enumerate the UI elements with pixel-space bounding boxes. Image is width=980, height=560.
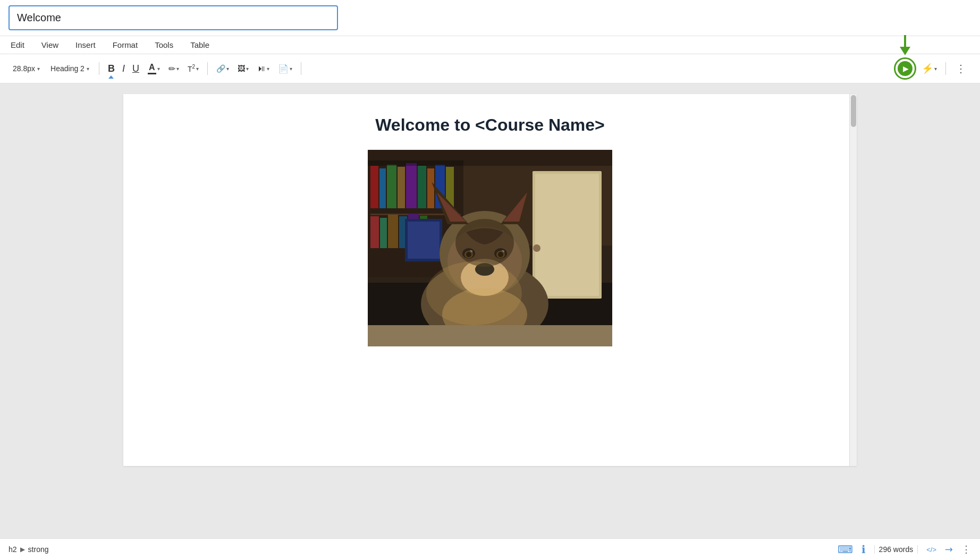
- font-size-value: 28.8px: [13, 64, 35, 73]
- menu-table[interactable]: Table: [188, 39, 212, 50]
- record-play-button[interactable]: ▶: [894, 57, 916, 80]
- separator-2: [207, 62, 208, 75]
- accessibility-info-icon[interactable]: ℹ: [861, 543, 866, 556]
- font-size-dropdown[interactable]: 28.8px ▾: [9, 62, 44, 75]
- highlight-icon: ✏: [168, 64, 175, 74]
- superscript-label: T2: [188, 64, 195, 73]
- breadcrumb-strong: strong: [28, 545, 49, 554]
- image-chevron-icon: ▾: [246, 66, 249, 72]
- toolbar: 28.8px ▾ Heading 2 ▾ B I U A ▾: [0, 54, 980, 83]
- editor-wrapper: Welcome to <Course Name>: [0, 83, 980, 538]
- svg-rect-19: [370, 216, 379, 248]
- plugin-button[interactable]: ⚡ ▾: [918, 61, 940, 77]
- separator-1: [99, 62, 99, 75]
- media-icon: ⏯: [257, 64, 266, 73]
- link-button[interactable]: 🔗 ▾: [213, 62, 232, 75]
- svg-rect-14: [418, 166, 426, 208]
- svg-rect-21: [388, 215, 398, 248]
- editor-scrollbar[interactable]: [849, 94, 857, 466]
- status-bar: h2 ▶ strong ⌨ ℹ 296 words </> ↗ ⋮: [0, 538, 980, 560]
- breadcrumb-h2: h2: [9, 545, 17, 554]
- menu-edit[interactable]: Edit: [9, 39, 27, 50]
- more-options-icon: ⋮: [956, 62, 967, 75]
- title-bar: [0, 0, 980, 36]
- svg-point-7: [533, 244, 540, 252]
- heading-value: Heading 2: [50, 64, 85, 73]
- svg-rect-20: [380, 218, 387, 248]
- svg-rect-6: [535, 174, 599, 296]
- link-icon: 🔗: [216, 64, 225, 73]
- record-inner-icon: ▶: [898, 61, 913, 76]
- more-options-button[interactable]: ⋮: [951, 60, 971, 77]
- text-format-group: B I U: [105, 61, 142, 77]
- heading-dropdown[interactable]: Heading 2 ▾: [46, 62, 94, 75]
- image-button[interactable]: 🖼 ▾: [234, 62, 252, 75]
- doc-chevron-icon: ▾: [290, 66, 292, 72]
- svg-rect-10: [379, 168, 386, 208]
- link-chevron-icon: ▾: [226, 66, 229, 72]
- bold-label: B: [108, 63, 115, 74]
- heading-chevron-icon: ▾: [87, 66, 89, 72]
- svg-rect-13: [406, 163, 417, 208]
- font-color-button[interactable]: A ▾: [145, 61, 163, 77]
- page-title-input[interactable]: [9, 5, 338, 30]
- scrollbar-thumb[interactable]: [851, 95, 856, 127]
- plugin-icon: ⚡: [922, 63, 933, 74]
- media-chevron-icon: ▾: [267, 66, 269, 72]
- accessibility-keyboard-icon[interactable]: ⌨: [838, 543, 853, 556]
- svg-rect-9: [370, 166, 378, 208]
- font-color-group: A ▾: [145, 61, 163, 77]
- separator-4: [945, 62, 946, 75]
- svg-rect-26: [408, 222, 440, 259]
- doc-button[interactable]: 📄 ▾: [275, 62, 295, 76]
- bold-button[interactable]: B: [105, 61, 118, 77]
- menu-format[interactable]: Format: [111, 39, 140, 50]
- svg-rect-48: [368, 150, 612, 166]
- code-view-button[interactable]: </>: [926, 546, 936, 554]
- underline-label: U: [132, 63, 139, 74]
- page-heading: Welcome to <Course Name>: [155, 115, 825, 135]
- doc-icon: 📄: [278, 64, 289, 74]
- expand-button[interactable]: ↗: [942, 542, 956, 556]
- svg-marker-1: [900, 47, 910, 55]
- media-button[interactable]: ⏯ ▾: [254, 62, 273, 75]
- svg-rect-12: [398, 167, 405, 208]
- breadcrumb: h2 ▶ strong: [9, 545, 49, 554]
- breadcrumb-separator-icon: ▶: [20, 546, 25, 553]
- svg-rect-15: [427, 168, 434, 208]
- menu-tools[interactable]: Tools: [153, 39, 175, 50]
- status-right: ⌨ ℹ 296 words </> ↗ ⋮: [838, 543, 971, 556]
- underline-button[interactable]: U: [129, 61, 142, 77]
- menu-view[interactable]: View: [39, 39, 61, 50]
- font-color-icon: A: [148, 63, 156, 74]
- italic-label: I: [122, 63, 125, 74]
- plugin-chevron-icon: ▾: [934, 66, 937, 72]
- image-icon: 🖼: [238, 64, 245, 73]
- svg-point-47: [426, 261, 522, 325]
- play-triangle-icon: ▶: [903, 64, 909, 73]
- separator-3: [301, 62, 301, 75]
- record-arrow-indicator: [897, 35, 914, 58]
- editor-content[interactable]: Welcome to <Course Name>: [123, 94, 857, 466]
- word-count-display: 296 words: [874, 545, 918, 554]
- menu-insert[interactable]: Insert: [73, 39, 98, 50]
- record-button-container: ▶: [894, 57, 916, 80]
- svg-rect-46: [368, 325, 612, 346]
- svg-rect-11: [387, 165, 396, 208]
- menu-bar: Edit View Insert Format Tools Table: [0, 36, 980, 54]
- font-color-chevron-icon: ▾: [157, 66, 160, 72]
- highlight-button[interactable]: ✏ ▾: [165, 62, 182, 76]
- highlight-chevron-icon: ▾: [176, 66, 179, 72]
- superscript-button[interactable]: T2 ▾: [184, 62, 202, 75]
- dog-image: [368, 150, 612, 346]
- font-size-chevron-icon: ▾: [37, 66, 40, 72]
- status-more-button[interactable]: ⋮: [961, 544, 971, 555]
- highlight-group: ✏ ▾: [165, 62, 182, 76]
- italic-button[interactable]: I: [119, 61, 128, 77]
- superscript-chevron-icon: ▾: [196, 66, 199, 72]
